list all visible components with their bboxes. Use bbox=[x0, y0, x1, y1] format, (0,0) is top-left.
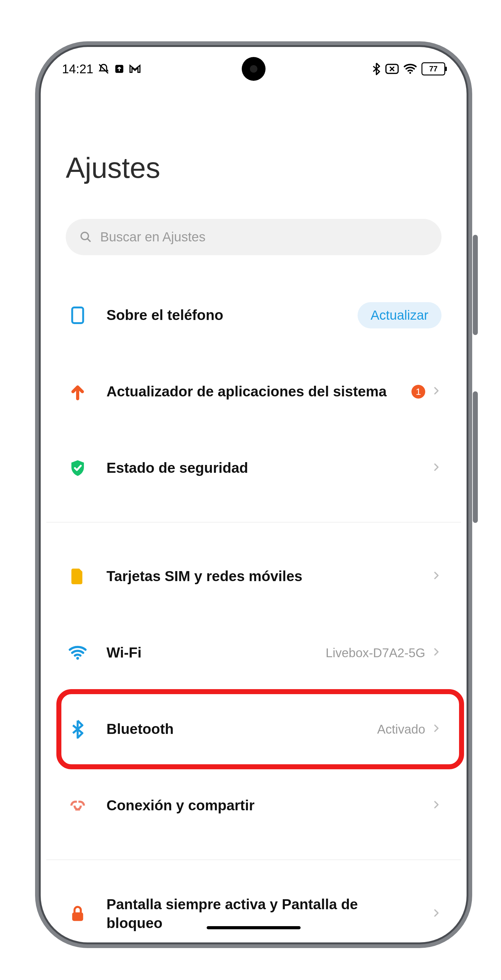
settings-row-label: Sobre el teléfono bbox=[107, 306, 341, 325]
gmail-icon bbox=[129, 64, 141, 73]
wifi-icon bbox=[66, 643, 89, 662]
update-pill[interactable]: Actualizar bbox=[358, 302, 442, 328]
battery-percent: 77 bbox=[429, 65, 438, 73]
phone-power-button bbox=[473, 391, 478, 523]
settings-row-trailing: 1 bbox=[412, 384, 442, 399]
settings-row-wifi[interactable]: Wi-FiLivebox-D7A2-5G bbox=[66, 615, 442, 691]
bluetooth-status-icon bbox=[372, 63, 381, 75]
svg-point-2 bbox=[409, 72, 411, 74]
settings-row-trailing bbox=[431, 798, 442, 813]
chevron-right-icon bbox=[431, 798, 442, 813]
settings-row-updater[interactable]: Actualizador de aplicaciones del sistema… bbox=[66, 353, 442, 430]
status-left: 14:21 bbox=[62, 62, 141, 76]
settings-row-label: Wi-Fi bbox=[107, 643, 309, 662]
phone-volume-button bbox=[473, 235, 478, 335]
bluetooth-icon bbox=[66, 720, 89, 738]
settings-row-trailing bbox=[431, 907, 442, 921]
settings-row-security[interactable]: Estado de seguridad bbox=[66, 430, 442, 506]
settings-row-trailing bbox=[431, 569, 442, 584]
settings-row-sim[interactable]: Tarjetas SIM y redes móviles bbox=[66, 538, 442, 615]
status-right: 77 bbox=[372, 62, 445, 75]
page-title: Ajustes bbox=[66, 151, 442, 185]
group-divider bbox=[46, 522, 461, 523]
search-placeholder: Buscar en Ajustes bbox=[100, 229, 205, 245]
battery-indicator: 77 bbox=[421, 62, 445, 75]
sim-card-icon bbox=[66, 567, 89, 586]
shield-check-icon bbox=[66, 459, 89, 477]
settings-row-trailing: Activado bbox=[377, 722, 442, 737]
svg-point-3 bbox=[81, 232, 88, 240]
chevron-right-icon bbox=[431, 384, 442, 399]
group-divider bbox=[46, 859, 461, 860]
no-sim-icon bbox=[385, 64, 399, 74]
alarm-off-icon bbox=[98, 63, 110, 75]
phone-outline-icon bbox=[66, 306, 89, 325]
search-icon bbox=[80, 231, 92, 243]
status-time: 14:21 bbox=[62, 62, 93, 76]
settings-row-label: Actualizador de aplicaciones del sistema bbox=[107, 382, 394, 401]
wifi-status-icon bbox=[403, 64, 417, 74]
settings-row-label: Tarjetas SIM y redes móviles bbox=[107, 567, 414, 586]
home-indicator[interactable] bbox=[207, 926, 301, 929]
badge-count: 1 bbox=[412, 385, 425, 399]
chevron-right-icon bbox=[431, 461, 442, 476]
settings-row-tether[interactable]: Conexión y compartir bbox=[66, 767, 442, 844]
screen: 14:21 bbox=[46, 52, 461, 937]
settings-row-about[interactable]: Sobre el teléfonoActualizar bbox=[66, 277, 442, 353]
settings-row-label: Conexión y compartir bbox=[107, 796, 414, 815]
settings-row-trailing bbox=[431, 461, 442, 476]
settings-row-value: Livebox-D7A2-5G bbox=[326, 646, 425, 660]
chevron-right-icon bbox=[431, 569, 442, 584]
settings-row-trailing: Actualizar bbox=[358, 302, 442, 328]
chevron-right-icon bbox=[431, 645, 442, 660]
settings-row-bluetooth[interactable]: BluetoothActivado bbox=[66, 691, 442, 767]
settings-row-trailing: Livebox-D7A2-5G bbox=[326, 645, 442, 660]
arrow-up-icon bbox=[66, 382, 89, 401]
settings-row-label: Bluetooth bbox=[107, 720, 360, 738]
share-link-icon bbox=[66, 796, 89, 815]
chevron-right-icon bbox=[431, 722, 442, 737]
front-camera bbox=[242, 57, 266, 81]
lock-icon bbox=[66, 905, 89, 923]
settings-row-value: Activado bbox=[377, 722, 425, 737]
upload-icon bbox=[114, 64, 125, 74]
settings-content: Ajustes Buscar en Ajustes Sobre el teléf… bbox=[46, 83, 461, 937]
phone-frame: 14:21 bbox=[41, 47, 466, 942]
search-input[interactable]: Buscar en Ajustes bbox=[66, 219, 442, 255]
chevron-right-icon bbox=[431, 907, 442, 921]
settings-row-label: Estado de seguridad bbox=[107, 459, 414, 477]
